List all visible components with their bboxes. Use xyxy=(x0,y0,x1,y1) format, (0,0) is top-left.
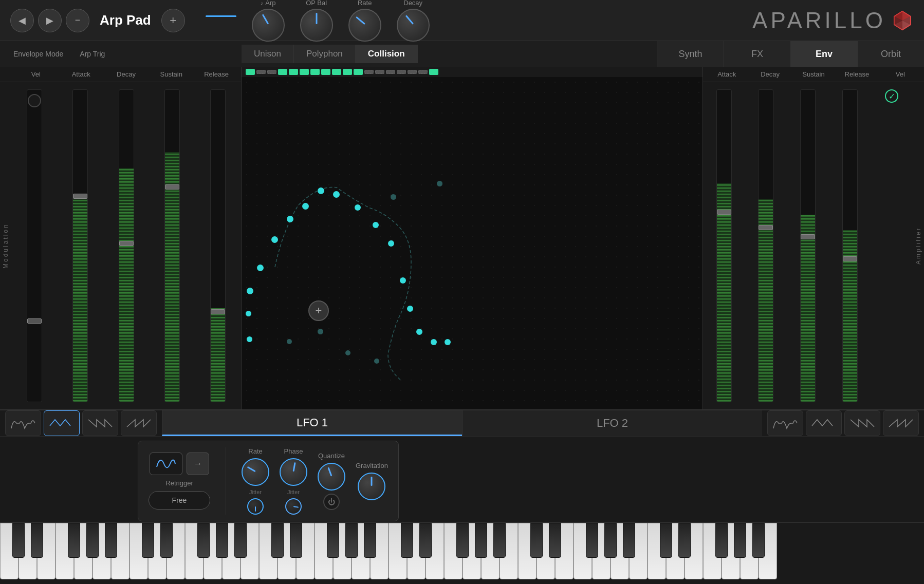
black-key-D#7[interactable] xyxy=(549,523,561,558)
black-key-D#3[interactable] xyxy=(31,523,43,558)
mod-decay-thumb[interactable] xyxy=(119,241,134,246)
black-key-C#8[interactable] xyxy=(660,523,672,558)
amp-attack-track[interactable] xyxy=(716,89,732,402)
lfo-rate-knob[interactable] xyxy=(242,458,269,486)
black-key-A#7[interactable] xyxy=(623,523,635,558)
black-key-F#6[interactable] xyxy=(456,523,469,558)
wave-btn-r3[interactable] xyxy=(844,410,880,436)
black-key-C#3[interactable] xyxy=(12,523,25,558)
seq-dot-9[interactable] xyxy=(247,336,252,342)
black-key-F#3[interactable] xyxy=(68,523,80,558)
amp-sustain-thumb[interactable] xyxy=(801,234,815,239)
black-key-D#5[interactable] xyxy=(290,523,302,558)
free-button[interactable]: Free xyxy=(149,491,210,510)
seq-dot-11[interactable] xyxy=(373,222,379,228)
seq-step-4[interactable] xyxy=(278,69,287,75)
mod-vel-track[interactable] xyxy=(27,89,42,402)
wave-btn-2[interactable] xyxy=(44,410,80,436)
seq-add-button[interactable]: + xyxy=(308,300,329,321)
knob-rate[interactable] xyxy=(348,9,381,42)
amp-sustain-track[interactable] xyxy=(800,89,816,402)
seq-dot-14[interactable] xyxy=(407,306,413,312)
wave-select-button[interactable] xyxy=(150,453,182,475)
tab-fx[interactable]: FX xyxy=(724,41,790,67)
amp-release-track[interactable] xyxy=(842,89,858,402)
seq-dot-7[interactable] xyxy=(247,288,253,294)
tab-synth[interactable]: Synth xyxy=(657,41,724,67)
mod-sustain-track[interactable] xyxy=(164,89,180,402)
voice-tab-collision[interactable]: Collision xyxy=(356,45,418,63)
black-key-C#4[interactable] xyxy=(142,523,154,558)
black-key-G#6[interactable] xyxy=(475,523,487,558)
seq-dot-6[interactable] xyxy=(257,265,264,271)
amp-decay-thumb[interactable] xyxy=(759,225,773,230)
seq-dot-dim-1[interactable] xyxy=(391,194,396,200)
seq-dot-16[interactable] xyxy=(431,339,437,345)
wave-btn-3[interactable] xyxy=(82,410,118,436)
lfo-tab-2[interactable]: LFO 2 xyxy=(462,410,762,436)
lfo-phase-knob[interactable] xyxy=(280,458,307,486)
black-key-G#7[interactable] xyxy=(604,523,617,558)
seq-dot-12[interactable] xyxy=(388,240,394,247)
black-key-G#4[interactable] xyxy=(216,523,228,558)
seq-step-8[interactable] xyxy=(321,69,330,75)
black-key-F#5[interactable] xyxy=(327,523,339,558)
seq-step-15[interactable] xyxy=(397,70,406,74)
seq-step-11[interactable] xyxy=(354,69,363,75)
arp-sequencer[interactable]: + xyxy=(242,77,703,409)
black-key-G#3[interactable] xyxy=(86,523,99,558)
black-key-D#6[interactable] xyxy=(419,523,432,558)
seq-step-5[interactable] xyxy=(289,69,298,75)
retrigger-arrow-button[interactable]: → xyxy=(187,453,209,475)
amp-vel-check[interactable]: ✓ xyxy=(885,89,898,103)
black-key-F#8[interactable] xyxy=(715,523,728,558)
seq-step-9[interactable] xyxy=(332,69,341,75)
seq-step-13[interactable] xyxy=(375,70,384,74)
minus-button[interactable]: − xyxy=(66,9,89,32)
seq-dot-15[interactable] xyxy=(416,329,422,335)
seq-dot-dim-4[interactable] xyxy=(287,339,292,344)
wave-btn-r1[interactable] xyxy=(767,410,803,436)
seq-dot-17[interactable] xyxy=(445,339,451,345)
seq-dot-4[interactable] xyxy=(287,216,293,222)
seq-dot-8[interactable] xyxy=(246,311,251,316)
lfo-power-button[interactable]: ⏻ xyxy=(323,494,340,510)
seq-step-7[interactable] xyxy=(310,69,320,75)
seq-dot-5[interactable] xyxy=(271,236,278,243)
seq-dot-dim-2[interactable] xyxy=(437,181,442,186)
wave-btn-r2[interactable] xyxy=(806,410,842,436)
knob-arp[interactable] xyxy=(252,9,285,42)
seq-step-2[interactable] xyxy=(256,70,266,74)
seq-dot-3[interactable] xyxy=(333,191,340,198)
wave-btn-4[interactable] xyxy=(121,410,157,436)
seq-step-17[interactable] xyxy=(418,70,428,74)
envelope-mode-btn[interactable]: Envelope Mode xyxy=(5,41,71,67)
lfo-gravitation-knob[interactable] xyxy=(358,473,385,500)
mod-attack-thumb[interactable] xyxy=(73,194,87,199)
black-key-D#4[interactable] xyxy=(160,523,173,558)
black-key-A#4[interactable] xyxy=(234,523,247,558)
voice-tab-unison[interactable]: Unison xyxy=(242,45,294,63)
seq-step-10[interactable] xyxy=(343,69,352,75)
seq-step-18[interactable] xyxy=(429,69,438,75)
mod-attack-track[interactable] xyxy=(72,89,88,402)
seq-dot-1[interactable] xyxy=(302,203,309,210)
lfo-tab-1[interactable]: LFO 1 xyxy=(162,410,462,436)
wave-btn-r4[interactable] xyxy=(883,410,919,436)
arp-trig-btn[interactable]: Arp Trig xyxy=(71,41,113,67)
amp-release-thumb[interactable] xyxy=(843,256,857,261)
knob-decay[interactable] xyxy=(397,9,430,42)
forward-button[interactable]: ▶ xyxy=(38,9,62,32)
black-key-G#5[interactable] xyxy=(345,523,358,558)
black-key-A#6[interactable] xyxy=(493,523,506,558)
black-key-D#8[interactable] xyxy=(678,523,691,558)
lfo-jitter2-knob[interactable] xyxy=(285,498,302,515)
black-key-A#5[interactable] xyxy=(364,523,376,558)
seq-step-16[interactable] xyxy=(408,70,417,74)
lfo-quantize-knob[interactable] xyxy=(318,463,345,491)
mod-release-track[interactable] xyxy=(210,89,226,402)
seq-dot-dim-3[interactable] xyxy=(318,329,323,334)
seq-step-1[interactable] xyxy=(246,69,255,75)
add-patch-button[interactable]: + xyxy=(161,9,185,32)
knob-opbal[interactable] xyxy=(300,9,333,42)
